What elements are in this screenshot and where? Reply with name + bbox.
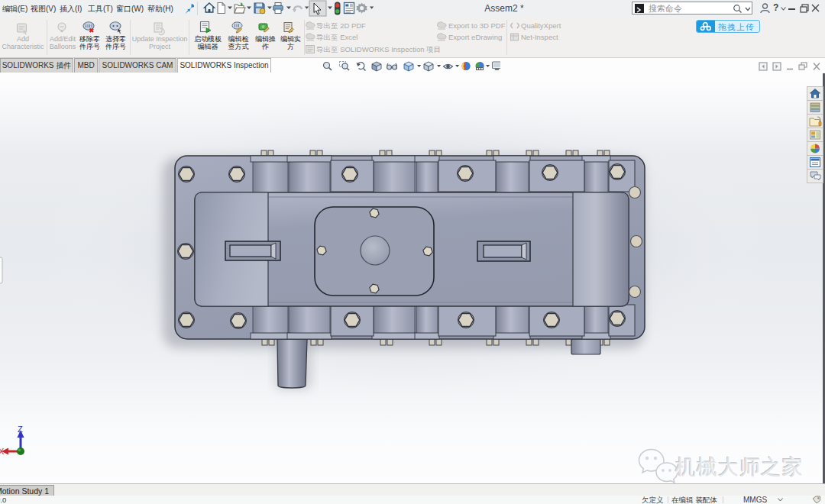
svg-text:X: X [0, 447, 5, 456]
svg-text:Z: Z [18, 425, 23, 434]
